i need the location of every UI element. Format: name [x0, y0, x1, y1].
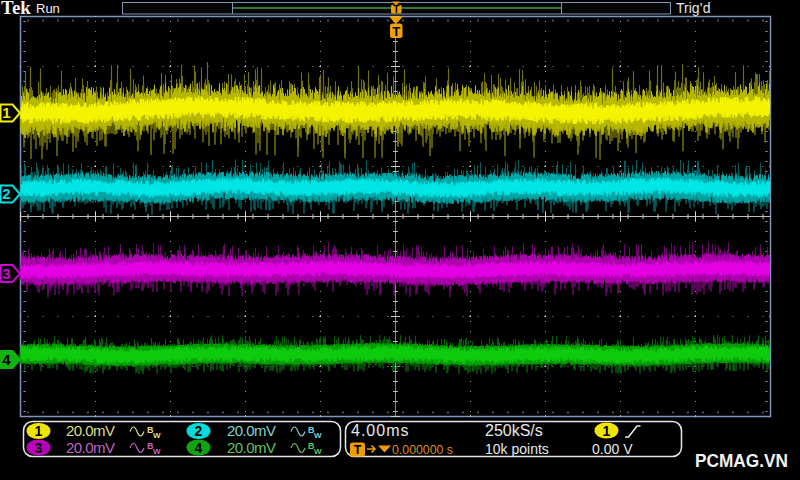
svg-text:250kS/s: 250kS/s: [485, 422, 543, 439]
svg-text:T: T: [392, 24, 400, 39]
svg-text:0.000000 s: 0.000000 s: [392, 442, 453, 457]
svg-text:4.00ms: 4.00ms: [351, 422, 409, 439]
svg-text:20.0mV: 20.0mV: [227, 439, 276, 456]
svg-text:20.0mV: 20.0mV: [227, 422, 276, 439]
svg-text:1: 1: [603, 423, 611, 439]
svg-text:10k points: 10k points: [485, 441, 549, 457]
svg-text:4: 4: [2, 351, 11, 368]
svg-text:2: 2: [2, 185, 10, 202]
svg-text:1: 1: [35, 423, 43, 439]
svg-text:W: W: [314, 431, 322, 440]
svg-text:3: 3: [35, 440, 43, 456]
svg-text:PCMAG.VN: PCMAG.VN: [695, 450, 788, 471]
svg-text:20.0mV: 20.0mV: [66, 439, 115, 456]
svg-text:W: W: [153, 431, 161, 440]
svg-text:4: 4: [195, 440, 203, 456]
svg-text:1: 1: [2, 104, 10, 121]
svg-text:W: W: [153, 447, 161, 456]
svg-text:Trig’d: Trig’d: [676, 0, 711, 16]
svg-text:2: 2: [195, 423, 203, 439]
svg-text:W: W: [314, 447, 322, 456]
svg-text:T: T: [354, 443, 362, 457]
svg-text:3: 3: [2, 265, 10, 282]
svg-text:T: T: [393, 4, 399, 15]
svg-text:Tek: Tek: [1, 0, 31, 18]
svg-text:20.0mV: 20.0mV: [66, 422, 115, 439]
svg-text:Run: Run: [36, 1, 60, 16]
svg-text:0.00 V: 0.00 V: [592, 441, 633, 457]
